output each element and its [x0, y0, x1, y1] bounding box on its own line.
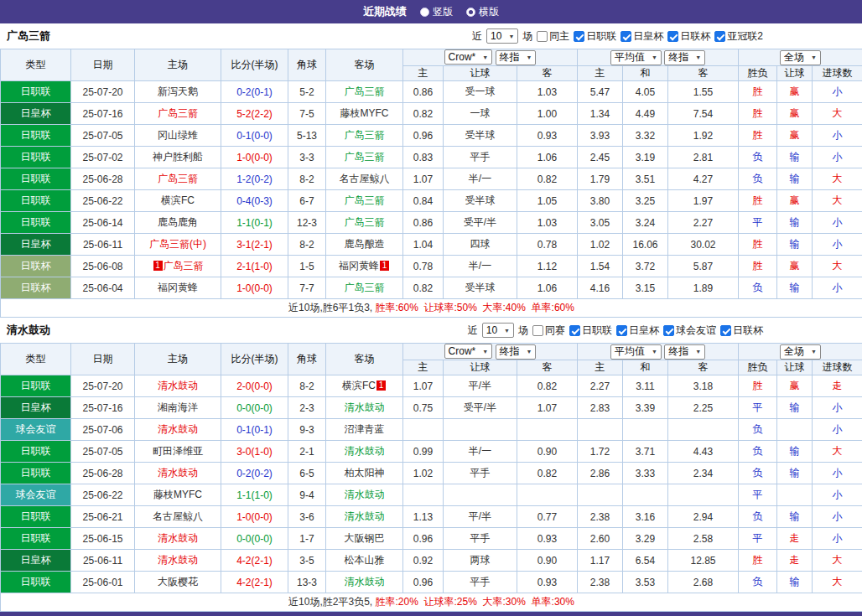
result-goals: 小 [813, 212, 862, 234]
away-team[interactable]: 广岛三箭 [345, 151, 385, 163]
league-filter-checkbox[interactable]: 亚冠联2 [714, 29, 763, 44]
score-cell[interactable]: 1-2(0-2) [221, 168, 288, 190]
home-team[interactable]: 横滨FC [161, 194, 195, 206]
league-filter-checkbox[interactable]: 日职联 [569, 324, 612, 338]
bookmaker-select[interactable]: Crow* [444, 49, 493, 65]
league-filter-checkbox[interactable]: 日皇杯 [616, 324, 659, 338]
away-team[interactable]: 柏太阳神 [345, 467, 385, 479]
home-team[interactable]: 藤枝MYFC [153, 489, 202, 500]
col-eu-draw: 和 [623, 360, 668, 375]
match-row: 日职联 25-06-01 大阪樱花 4-2(2-1) 13-3 清水鼓动 0.9… [1, 572, 862, 593]
match-count-select[interactable]: 10 [482, 323, 514, 338]
league-cell: 日联杯 [1, 277, 71, 299]
score-cell[interactable]: 1-0(0-0) [221, 147, 288, 168]
away-team[interactable]: 清水鼓动 [345, 401, 385, 413]
away-cell: 广岛三箭 [326, 190, 403, 212]
score-cell[interactable]: 4-2(2-1) [221, 550, 288, 572]
euro-away-odds [668, 419, 739, 441]
home-team[interactable]: 町田泽维亚 [153, 445, 203, 457]
bookmaker-select[interactable]: Crow* [444, 344, 493, 359]
score-cell[interactable]: 0-0(0-0) [221, 397, 288, 419]
score-cell[interactable]: 0-1(0-1) [221, 419, 288, 441]
match-row: 日职联 25-07-20 新泻天鹅 0-2(0-1) 5-2 广岛三箭 0.86… [1, 81, 862, 103]
score-cell[interactable]: 0-0(0-0) [221, 528, 288, 550]
league-filter-checkbox[interactable]: 球会友谊 [663, 324, 716, 338]
score-cell[interactable]: 1-1(1-0) [221, 484, 288, 506]
away-team[interactable]: 松本山雅 [345, 554, 385, 566]
away-team[interactable]: 名古屋鲸八 [340, 173, 390, 184]
score-cell[interactable]: 0-2(0-2) [221, 463, 288, 484]
league-filter-checkbox[interactable]: 日职联 [574, 29, 616, 44]
home-team[interactable]: 清水鼓动 [158, 380, 198, 391]
away-team[interactable]: 清水鼓动 [345, 510, 385, 522]
away-team[interactable]: 清水鼓动 [345, 445, 385, 457]
away-team[interactable]: 广岛三箭 [345, 194, 385, 206]
away-team[interactable]: 清水鼓动 [345, 489, 385, 500]
home-team[interactable]: 大阪樱花 [158, 576, 198, 588]
home-team[interactable]: 鹿岛鹿角 [158, 216, 198, 228]
scope-select[interactable]: 全场 [780, 50, 821, 65]
games-label: 场 [518, 324, 528, 338]
score-cell[interactable]: 3-0(1-0) [221, 441, 288, 463]
home-team[interactable]: 清水鼓动 [158, 532, 198, 544]
away-team[interactable]: 广岛三箭 [345, 129, 385, 141]
score-cell[interactable]: 1-0(0-0) [221, 277, 288, 299]
away-team[interactable]: 横滨FC [342, 380, 376, 391]
home-team[interactable]: 广岛三箭 [158, 173, 198, 184]
odds-stage-select[interactable]: 终指 [664, 50, 705, 65]
score-cell[interactable]: 4-2(2-1) [221, 572, 288, 593]
score-cell[interactable]: 1-1(0-1) [221, 212, 288, 234]
home-team[interactable]: 广岛三箭(中) [149, 238, 206, 250]
home-team[interactable]: 湘南海洋 [158, 401, 198, 413]
league-filter-checkbox[interactable]: 日皇杯 [621, 29, 663, 44]
away-team[interactable]: 广岛三箭 [345, 282, 385, 293]
home-team[interactable]: 清水鼓动 [158, 467, 198, 479]
away-team[interactable]: 广岛三箭 [345, 216, 385, 228]
away-team[interactable]: 福冈黄蜂 [339, 260, 379, 272]
average-select[interactable]: 平均值 [610, 344, 662, 360]
home-team[interactable]: 神户胜利船 [153, 151, 203, 163]
away-team[interactable]: 大阪钢巴 [345, 532, 385, 544]
date-cell: 25-07-05 [71, 441, 135, 463]
score-cell[interactable]: 2-0(0-0) [221, 375, 288, 397]
away-team[interactable]: 沼津青蓝 [345, 423, 385, 435]
score-cell[interactable]: 0-1(0-0) [221, 125, 288, 147]
home-team[interactable]: 清水鼓动 [158, 423, 198, 435]
league-filter-checkbox[interactable]: 日联杯 [720, 324, 763, 338]
average-select[interactable]: 平均值 [610, 50, 662, 65]
away-team[interactable]: 鹿岛酿造 [345, 238, 385, 250]
same-venue-checkbox[interactable]: 同主 [537, 29, 569, 44]
handicap-home-odds: 0.82 [403, 103, 444, 125]
result-goals: 小 [813, 81, 862, 103]
score-cell[interactable]: 5-2(2-2) [221, 103, 288, 125]
score-cell[interactable]: 3-1(2-1) [221, 234, 288, 256]
home-team[interactable]: 广岛三箭 [164, 260, 204, 272]
score-cell[interactable]: 0-2(0-1) [221, 81, 288, 103]
match-count-select[interactable]: 10 [486, 28, 518, 44]
away-team[interactable]: 清水鼓动 [345, 576, 385, 588]
handicap-away-odds: 1.00 [517, 103, 578, 125]
home-team[interactable]: 清水鼓动 [158, 554, 198, 566]
home-team[interactable]: 福冈黄蜂 [158, 282, 198, 293]
home-team[interactable]: 新泻天鹅 [158, 85, 198, 97]
layout-radio-horizontal[interactable]: 横版 [466, 5, 499, 19]
score-cell[interactable]: 2-1(1-0) [221, 256, 288, 277]
bottom-bar [0, 612, 862, 616]
odds-stage-select[interactable]: 终指 [496, 50, 537, 65]
score-cell[interactable]: 1-0(0-0) [221, 506, 288, 528]
home-team[interactable]: 冈山绿雉 [158, 129, 198, 141]
col-score: 比分(半场) [221, 49, 288, 81]
odds-stage-select[interactable]: 终指 [496, 344, 537, 360]
away-team[interactable]: 藤枝MYFC [340, 107, 389, 119]
euro-draw-odds: 4.05 [623, 81, 668, 103]
odds-stage-select[interactable]: 终指 [664, 344, 705, 360]
same-competition-checkbox[interactable]: 同赛 [532, 324, 565, 338]
home-team[interactable]: 广岛三箭 [158, 107, 198, 119]
scope-select[interactable]: 全场 [780, 344, 821, 360]
league-filter-checkbox[interactable]: 日联杯 [667, 29, 710, 44]
score-cell[interactable]: 0-4(0-3) [221, 190, 288, 212]
home-team[interactable]: 名古屋鲸八 [153, 510, 203, 522]
away-team[interactable]: 广岛三箭 [345, 85, 385, 97]
handicap-line: 一球 [444, 103, 517, 125]
layout-radio-vertical[interactable]: 竖版 [420, 5, 453, 19]
